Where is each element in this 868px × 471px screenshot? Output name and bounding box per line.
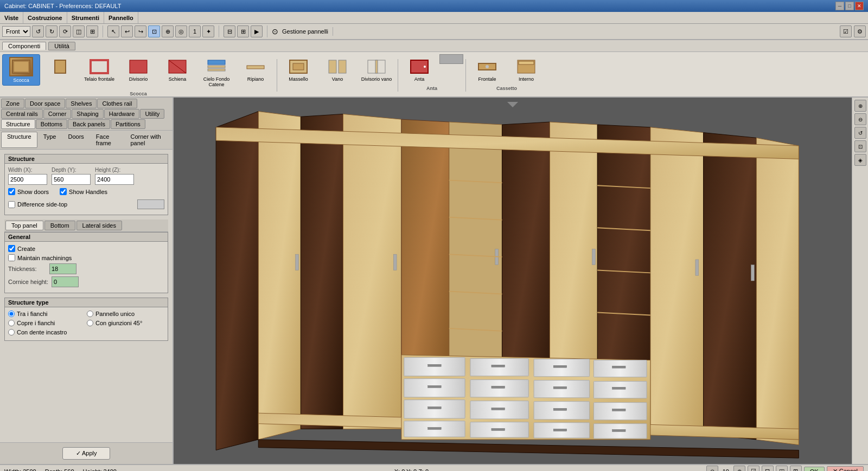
tp-tab-bottom[interactable]: Bottom bbox=[44, 221, 75, 230]
radio-con-dente-input[interactable] bbox=[8, 329, 15, 335]
radio-con-giunzioni-input[interactable] bbox=[87, 320, 93, 326]
maximize-button[interactable]: □ bbox=[845, 2, 854, 10]
ok-button[interactable]: OK bbox=[804, 467, 825, 472]
tab-utilita[interactable]: Utilità bbox=[48, 42, 75, 50]
comp-massello[interactable]: Massello bbox=[279, 54, 317, 85]
subtab-corner-panel[interactable]: Corner with panel bbox=[124, 132, 171, 148]
radio-copre-fianchi-input[interactable] bbox=[8, 320, 15, 326]
comp-scocca[interactable]: Scocca bbox=[2, 54, 40, 86]
subtab-doors[interactable]: Doors bbox=[62, 132, 90, 148]
solid-btn[interactable]: ⊞ bbox=[86, 25, 98, 37]
zoom-in-btn[interactable]: ⊕ bbox=[733, 466, 745, 472]
status-icon-3[interactable]: ◫ bbox=[776, 466, 788, 472]
add-btn[interactable]: ⊕ bbox=[162, 25, 174, 37]
nav-door-space[interactable]: Door space bbox=[25, 99, 65, 108]
create-checkbox[interactable] bbox=[8, 245, 15, 252]
comp-schiena[interactable]: Schiena bbox=[158, 54, 196, 85]
comp-cielo[interactable]: Cielo Fondo Catene bbox=[197, 54, 235, 90]
menu-pannello[interactable]: Pannello bbox=[104, 12, 138, 23]
menu-viste[interactable]: Viste bbox=[0, 12, 23, 23]
rt-btn-5[interactable]: ◈ bbox=[854, 154, 866, 166]
nav-bottoms[interactable]: Bottoms bbox=[36, 119, 67, 129]
undo-btn[interactable]: ↩ bbox=[121, 25, 133, 37]
svg-marker-33 bbox=[650, 127, 704, 434]
select-btn[interactable]: ⊡ bbox=[148, 25, 160, 37]
star-btn[interactable]: ✦ bbox=[202, 25, 214, 37]
pointer-btn[interactable]: ↖ bbox=[107, 25, 119, 37]
close-button[interactable]: ✕ bbox=[855, 2, 864, 10]
rt-btn-4[interactable]: ⊡ bbox=[854, 140, 866, 152]
reset-view-btn[interactable]: ⟳ bbox=[59, 25, 71, 37]
redo-btn[interactable]: ↪ bbox=[135, 25, 146, 37]
cancel-label: Cancel bbox=[839, 468, 858, 471]
thickness-input[interactable] bbox=[49, 263, 76, 274]
rt-btn-1[interactable]: ⊕ bbox=[854, 100, 866, 112]
subtab-face-frame[interactable]: Face frame bbox=[90, 132, 125, 148]
comp-divisorio-vano[interactable]: Divisorio vano bbox=[358, 54, 395, 85]
svg-rect-43 bbox=[404, 379, 465, 397]
comp-frontale[interactable]: Frontale bbox=[468, 54, 506, 85]
radio-copre-fianchi: Copre i fianchi bbox=[8, 320, 86, 326]
maintain-checkbox[interactable] bbox=[8, 254, 15, 261]
subtab-type[interactable]: Type bbox=[37, 132, 62, 148]
status-icon-2[interactable]: ⊡ bbox=[762, 466, 774, 472]
gear-btn[interactable]: ⚙ bbox=[854, 25, 866, 37]
rotate-right-btn[interactable]: ↻ bbox=[46, 25, 58, 37]
nav-zone[interactable]: Zone bbox=[1, 99, 24, 108]
comp-vano[interactable]: Vano bbox=[318, 54, 356, 85]
minus-btn[interactable]: ⊟ bbox=[224, 25, 235, 37]
nav-corner[interactable]: Corner bbox=[43, 109, 72, 119]
view-selector[interactable]: Front Top Side bbox=[2, 26, 30, 37]
nav-shaping[interactable]: Shaping bbox=[72, 109, 103, 119]
viewport-dropdown[interactable] bbox=[507, 102, 518, 107]
wireframe-btn[interactable]: ◫ bbox=[73, 25, 85, 37]
cancel-button[interactable]: ✕ Cancel bbox=[827, 466, 864, 471]
nav-shelves[interactable]: Shelves bbox=[66, 99, 97, 108]
viewport[interactable] bbox=[174, 98, 852, 464]
radio-tra-fianchi-input[interactable] bbox=[8, 311, 15, 317]
comp-anta[interactable]: Anta bbox=[400, 54, 438, 85]
svg-rect-75 bbox=[695, 260, 699, 275]
comp-divisorio[interactable]: Divisorio bbox=[119, 54, 157, 85]
height-input[interactable] bbox=[95, 174, 134, 185]
rotate-left-btn[interactable]: ↺ bbox=[32, 25, 44, 37]
nav-utility[interactable]: Utility bbox=[140, 109, 164, 119]
num-btn[interactable]: 1 bbox=[189, 25, 201, 37]
nav-back-panels[interactable]: Back panels bbox=[68, 119, 110, 129]
radio-pannello-unico-input[interactable] bbox=[87, 311, 93, 317]
show-handles-checkbox[interactable] bbox=[60, 188, 67, 195]
tp-tab-lateral[interactable]: Lateral sides bbox=[76, 221, 122, 230]
rt-btn-2[interactable]: ⊖ bbox=[854, 113, 866, 125]
grid-btn[interactable]: ⊞ bbox=[237, 25, 249, 37]
play-btn[interactable]: ▶ bbox=[251, 25, 263, 37]
show-doors-checkbox[interactable] bbox=[8, 188, 15, 195]
comp-interno[interactable]: Interno bbox=[507, 54, 545, 85]
difference-input[interactable] bbox=[137, 199, 164, 209]
tp-tab-top[interactable]: Top panel bbox=[5, 221, 43, 230]
zoom-out-btn[interactable]: ⊖ bbox=[706, 466, 718, 472]
minimize-button[interactable]: ─ bbox=[835, 2, 844, 10]
menu-costruzione[interactable]: Costruzione bbox=[23, 12, 67, 23]
nav-central-rails[interactable]: Central rails bbox=[1, 109, 43, 119]
status-icon-1[interactable]: ☑ bbox=[748, 466, 760, 472]
comp-scocca2[interactable] bbox=[41, 54, 79, 79]
width-input[interactable] bbox=[8, 174, 47, 185]
rt-btn-3[interactable]: ↺ bbox=[854, 127, 866, 139]
target-btn[interactable]: ◎ bbox=[175, 25, 187, 37]
apply-button[interactable]: ✓ Apply bbox=[62, 447, 111, 460]
nav-partitions[interactable]: Partitions bbox=[111, 119, 145, 129]
comp-telaio[interactable]: Telaio frontale bbox=[80, 54, 118, 85]
nav-clothes-rail[interactable]: Clothes rail bbox=[97, 99, 137, 108]
menu-strumenti[interactable]: Strumenti bbox=[67, 12, 104, 23]
nav-structure[interactable]: Structure bbox=[1, 119, 35, 129]
subtab-structure[interactable]: Structure bbox=[1, 132, 37, 148]
nav-hardware[interactable]: Hardware bbox=[104, 109, 140, 119]
tab-componenti[interactable]: Componenti bbox=[2, 42, 46, 50]
depth-input[interactable] bbox=[52, 174, 91, 185]
svg-rect-74 bbox=[592, 249, 595, 264]
comp-ripiano[interactable]: Ripiano bbox=[237, 54, 275, 85]
status-icon-4[interactable]: ⊞ bbox=[790, 466, 802, 472]
cornice-input[interactable] bbox=[52, 276, 79, 287]
difference-checkbox[interactable] bbox=[8, 201, 15, 208]
checkbox-corner[interactable]: ☑ bbox=[840, 25, 852, 37]
